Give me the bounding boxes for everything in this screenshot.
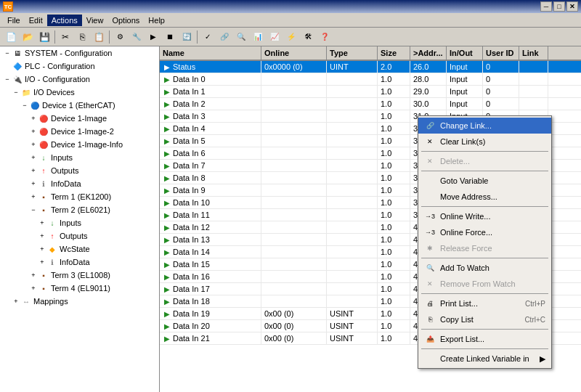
cut-button[interactable]: ✂ — [57, 29, 73, 45]
close-button[interactable]: ✕ — [566, 1, 578, 12]
tree-expander-t2infodata[interactable]: + — [38, 258, 46, 266]
cm-item-add-to-watch[interactable]: 🔍Add To Watch — [418, 260, 551, 276]
cm-item-export-list...[interactable]: 📤Export List... — [418, 331, 551, 347]
tree-item-io[interactable]: −🔌I/O - Configuration — [0, 73, 159, 86]
toolbar-btn-3[interactable]: ▶ — [145, 29, 161, 45]
toolbar-btn-11[interactable]: ⚡ — [283, 29, 299, 45]
toolbar-btn-13[interactable]: ❓ — [317, 29, 333, 45]
tree-expander-io[interactable]: − — [3, 75, 12, 83]
cm-icon — [424, 191, 436, 203]
menu-options[interactable]: Options — [107, 15, 144, 26]
td-online — [261, 123, 327, 134]
cm-item-copy-list[interactable]: ⎘Copy ListCtrl+C — [418, 311, 551, 327]
tree-expander-mappings[interactable]: + — [12, 297, 20, 306]
table-row[interactable]: ▶ Data In 1 1.0 29.0 Input 0 — [160, 86, 581, 98]
tree-item-inputs[interactable]: +↓Inputs — [0, 151, 159, 164]
td-online — [261, 172, 327, 184]
tree-expander-plc[interactable] — [3, 62, 12, 70]
tree-expander-t2wcstate[interactable]: + — [38, 245, 46, 253]
tree-expander-device1[interactable]: − — [20, 101, 29, 110]
cm-item-print-list...[interactable]: 🖨Print List...Ctrl+P — [418, 295, 551, 311]
td-link — [519, 73, 548, 85]
tree-item-t2infodata[interactable]: +ℹInfoData — [0, 256, 159, 269]
menu-edit[interactable]: Edit — [25, 15, 47, 26]
cm-item-change-link...[interactable]: 🔗Change Link... — [418, 118, 551, 134]
tree-item-t2outputs[interactable]: +↑Outputs — [0, 229, 159, 242]
td-name: ▶ Data In 13 — [160, 234, 261, 245]
tree-expander-iodevices[interactable]: − — [12, 88, 20, 97]
td-type: USINT — [327, 332, 378, 344]
tree-item-mappings[interactable]: +↔Mappings — [0, 295, 159, 308]
cm-item-goto-variable[interactable]: Goto Variable — [418, 173, 551, 189]
tree-item-device1imageinfo[interactable]: +🔴Device 1-Image-Info — [0, 138, 159, 151]
cm-item-online-write...[interactable]: →3Online Write... — [418, 208, 551, 224]
toolbar-btn-4[interactable]: ⏹ — [162, 29, 178, 45]
tree-expander-t2inputs[interactable]: + — [38, 219, 46, 227]
td-type — [327, 197, 378, 208]
tree-item-device1[interactable]: −🔵Device 1 (EtherCAT) — [0, 99, 159, 112]
tree-item-plc[interactable]: 🔷PLC - Configuration — [0, 60, 159, 73]
table-row[interactable]: ▶ Status 0x0000 (0) UINT 2.0 26.0 Input … — [160, 61, 581, 73]
tree-item-term4[interactable]: +▪Term 4 (EL9011) — [0, 282, 159, 295]
tree-panel[interactable]: −🖥SYSTEM - Configuration🔷PLC - Configura… — [0, 46, 160, 392]
tree-item-t2inputs[interactable]: +↓Inputs — [0, 216, 159, 229]
tree-item-term3[interactable]: +▪Term 3 (EL1008) — [0, 269, 159, 282]
toolbar-btn-8[interactable]: 🔍 — [233, 29, 249, 45]
tree-item-system[interactable]: −🖥SYSTEM - Configuration — [0, 46, 159, 60]
cm-item-create-linked-variable-in[interactable]: Create Linked Variable in▶ — [418, 351, 551, 367]
tree-item-device1image[interactable]: +🔴Device 1-Image — [0, 112, 159, 125]
menu-file[interactable]: File — [3, 15, 25, 26]
menu-help[interactable]: Help — [144, 15, 169, 26]
tree-expander-term2[interactable]: − — [29, 205, 38, 214]
toolbar-btn-9[interactable]: 📊 — [250, 29, 266, 45]
maximize-button[interactable]: □ — [553, 1, 565, 12]
td-name: ▶ Data In 20 — [160, 320, 261, 332]
tree-item-device1image2[interactable]: +🔴Device 1-Image-2 — [0, 125, 159, 138]
tree-expander-inputs[interactable]: + — [29, 153, 38, 162]
toolbar-btn-10[interactable]: 📈 — [267, 29, 283, 45]
minimize-button[interactable]: ─ — [540, 1, 552, 12]
cm-item-clear-link(s)[interactable]: ✕Clear Link(s) — [418, 134, 551, 150]
toolbar-btn-6[interactable]: ✓ — [200, 29, 216, 45]
tree-expander-term3[interactable]: + — [29, 271, 38, 279]
table-panel[interactable]: Name Online Type Size >Addr... In/Out Us… — [160, 46, 581, 392]
td-type — [327, 147, 378, 159]
paste-button[interactable]: 📋 — [91, 29, 107, 45]
tree-expander-device1imageinfo[interactable]: + — [29, 140, 38, 149]
tree-item-term1[interactable]: +▪Term 1 (EK1200) — [0, 190, 159, 203]
toolbar-btn-5[interactable]: 🔄 — [179, 29, 195, 45]
tree-icon-term4: ▪ — [38, 283, 49, 293]
var-icon: ▶ — [163, 186, 171, 195]
tree-expander-term4[interactable]: + — [29, 284, 38, 293]
cell-name: Data In 21 — [173, 334, 210, 343]
toolbar-btn-1[interactable]: ⚙ — [112, 29, 128, 45]
copy-button[interactable]: ⎘ — [74, 29, 90, 45]
tree-item-t2wcstate[interactable]: +◆WcState — [0, 242, 159, 256]
tree-expander-outputs[interactable]: + — [29, 166, 38, 175]
toolbar-btn-2[interactable]: 🔧 — [129, 29, 145, 45]
save-button[interactable]: 💾 — [36, 29, 52, 45]
table-row[interactable]: ▶ Data In 2 1.0 30.0 Input 0 — [160, 98, 581, 110]
table-row[interactable]: ▶ Data In 0 1.0 28.0 Input 0 — [160, 73, 581, 86]
menu-view[interactable]: View — [82, 15, 108, 26]
tree-expander-device1image2[interactable]: + — [29, 127, 38, 136]
tree-item-infodata[interactable]: +ℹInfoData — [0, 177, 159, 190]
cm-item-move-address...[interactable]: Move Address... — [418, 189, 551, 205]
toolbar-btn-7[interactable]: 🔗 — [216, 29, 232, 45]
new-button[interactable]: 📄 — [3, 29, 19, 45]
menu-actions[interactable]: Actions — [47, 15, 82, 26]
cm-item-online-force...[interactable]: →3Online Force... — [418, 224, 551, 240]
tree-item-iodevices[interactable]: −📁I/O Devices — [0, 86, 159, 99]
tree-expander-device1image[interactable]: + — [29, 114, 38, 123]
tree-expander-infodata[interactable]: + — [29, 179, 38, 188]
col-header-name: Name — [160, 46, 261, 60]
tree-item-term2[interactable]: −▪Term 2 (EL6021) — [0, 203, 159, 216]
var-icon: ▶ — [163, 75, 171, 83]
tree-item-outputs[interactable]: +↑Outputs — [0, 164, 159, 177]
tree-expander-system[interactable]: − — [3, 49, 12, 57]
tree-expander-t2outputs[interactable]: + — [38, 232, 46, 240]
toolbar-btn-12[interactable]: 🛠 — [300, 29, 316, 45]
open-button[interactable]: 📂 — [20, 29, 36, 45]
var-icon: ▶ — [163, 161, 171, 170]
tree-expander-term1[interactable]: + — [29, 192, 38, 201]
